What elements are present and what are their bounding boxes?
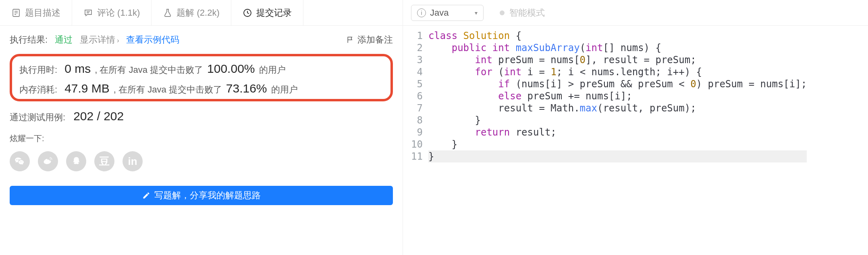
flask-icon [163, 8, 172, 18]
code-line[interactable]: } [428, 114, 807, 126]
code-line[interactable]: } [428, 150, 807, 162]
tab-submissions[interactable]: 提交记录 [231, 0, 303, 25]
code-line[interactable]: else preSum += nums[i]; [428, 90, 807, 102]
flag-icon [346, 36, 354, 44]
share-wechat-button[interactable] [10, 151, 30, 171]
line-number: 11 [411, 150, 423, 162]
share-icons-row: 豆 in [10, 151, 393, 171]
douban-icon: 豆 [99, 154, 110, 169]
share-linkedin-button[interactable]: in [123, 151, 143, 171]
line-number: 5 [411, 78, 423, 90]
code-content[interactable]: class Solution { public int maxSubArray(… [428, 26, 807, 255]
history-icon [243, 8, 252, 18]
memory-suffix: 的用户 [271, 84, 298, 96]
testcase-label: 通过测试用例: [10, 111, 65, 123]
share-qq-button[interactable] [66, 151, 86, 171]
share-weibo-button[interactable] [38, 151, 58, 171]
code-line[interactable]: return result; [428, 126, 807, 138]
weibo-icon [42, 156, 54, 167]
runtime-line: 执行用时: 0 ms , 在所有 Java 提交中击败了 100.00% 的用户 [19, 62, 383, 76]
comment-icon [83, 8, 93, 18]
runtime-suffix: 的用户 [259, 64, 286, 76]
line-number: 10 [411, 138, 423, 150]
code-line[interactable]: } [428, 138, 807, 150]
tab-comments[interactable]: 评论 (1.1k) [72, 0, 152, 25]
language-label: Java [430, 8, 449, 18]
code-line[interactable]: class Solution { [428, 30, 807, 42]
tab-bar: 题目描述 评论 (1.1k) 题解 (2.2k) 提交记录 [0, 0, 403, 26]
line-number: 2 [411, 42, 423, 54]
pencil-icon [142, 191, 150, 199]
code-line[interactable]: for (int i = 1; i < nums.length; i++) { [428, 66, 807, 78]
language-select[interactable]: i Java ▾ [411, 5, 484, 21]
qq-icon [71, 156, 82, 167]
line-number: 4 [411, 66, 423, 78]
result-label: 执行结果: [10, 34, 48, 46]
line-number: 8 [411, 114, 423, 126]
runtime-percent: 100.00% [207, 62, 255, 76]
share-douban-button[interactable]: 豆 [94, 151, 114, 171]
code-editor[interactable]: 1234567891011 class Solution { public in… [403, 26, 868, 255]
code-line[interactable]: public int maxSubArray(int[] nums) { [428, 42, 807, 54]
line-number: 7 [411, 102, 423, 114]
memory-label: 内存消耗: [19, 84, 57, 96]
memory-percent: 73.16% [226, 82, 267, 95]
description-icon [11, 8, 21, 18]
testcase-line: 通过测试用例: 202 / 202 [10, 109, 393, 123]
tab-label: 提交记录 [256, 7, 292, 19]
editor-toolbar: i Java ▾ 智能模式 [403, 0, 868, 26]
line-number: 6 [411, 90, 423, 102]
add-note-button[interactable]: 添加备注 [346, 34, 393, 46]
linkedin-icon: in [128, 155, 137, 168]
write-solution-button[interactable]: 写题解，分享我的解题思路 [10, 186, 393, 205]
code-line[interactable]: if (nums[i] > preSum && preSum < 0) preS… [428, 78, 807, 90]
memory-value: 47.9 MB [64, 82, 110, 95]
runtime-prefix: , 在所有 Java 提交中击败了 [95, 64, 203, 76]
tab-solutions[interactable]: 题解 (2.2k) [152, 0, 231, 25]
line-gutter: 1234567891011 [403, 26, 428, 255]
line-number: 9 [411, 126, 423, 138]
wechat-icon [14, 156, 25, 167]
tab-label: 题解 (2.2k) [177, 7, 219, 19]
result-status: 通过 [55, 34, 73, 46]
tab-label: 评论 (1.1k) [97, 7, 140, 19]
line-number: 1 [411, 30, 423, 42]
code-line[interactable]: int preSum = nums[0], result = preSum; [428, 54, 807, 66]
tab-label: 题目描述 [25, 7, 60, 19]
status-dot-icon [500, 10, 505, 15]
runtime-value: 0 ms [64, 62, 91, 76]
performance-highlight-box: 执行用时: 0 ms , 在所有 Java 提交中击败了 100.00% 的用户… [10, 54, 393, 101]
testcase-value: 202 / 202 [73, 109, 124, 123]
runtime-label: 执行用时: [19, 64, 57, 76]
view-sample-code-link[interactable]: 查看示例代码 [126, 34, 179, 46]
smart-mode-toggle[interactable]: 智能模式 [500, 7, 545, 19]
code-line[interactable]: result = Math.max(result, preSum); [428, 102, 807, 114]
chevron-right-icon: › [117, 37, 119, 44]
tab-description[interactable]: 题目描述 [0, 0, 72, 25]
memory-prefix: , 在所有 Java 提交中击败了 [114, 84, 222, 96]
memory-line: 内存消耗: 47.9 MB , 在所有 Java 提交中击败了 73.16% 的… [19, 82, 383, 96]
share-label: 炫耀一下: [10, 133, 393, 144]
info-icon: i [417, 8, 426, 17]
show-details-link[interactable]: 显示详情› [80, 34, 119, 46]
chevron-down-icon: ▾ [475, 10, 478, 16]
line-number: 3 [411, 54, 423, 66]
